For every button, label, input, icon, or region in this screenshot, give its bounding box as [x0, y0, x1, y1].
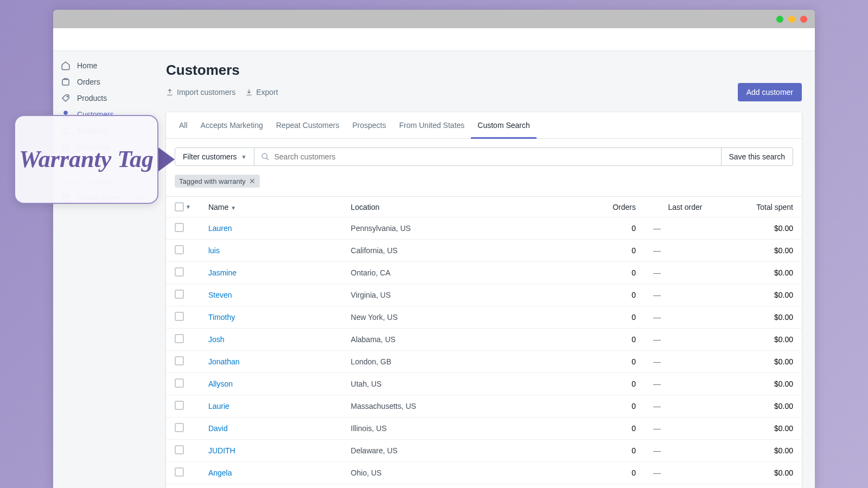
row-checkbox[interactable]: [175, 267, 184, 277]
customer-location: Virginia, US: [342, 284, 585, 306]
table-row: JonathanLondon, GB0—$0.00: [166, 351, 802, 373]
row-checkbox[interactable]: [175, 401, 184, 410]
orders-icon: [61, 77, 71, 87]
save-search-button[interactable]: Save this search: [722, 147, 794, 166]
row-checkbox[interactable]: [175, 356, 184, 365]
customer-last-order: —: [644, 329, 726, 351]
window-maximize-dot[interactable]: [788, 16, 795, 23]
customer-last-order: —: [644, 351, 726, 373]
customer-last-order: —: [644, 240, 726, 262]
customer-location: New York, US: [342, 306, 585, 329]
customer-name-link[interactable]: luis: [208, 246, 220, 255]
row-checkbox[interactable]: [175, 378, 184, 388]
customer-name-link[interactable]: Allyson: [208, 380, 233, 388]
customer-total-spent: $0.00: [726, 418, 802, 440]
title-bar: [53, 10, 815, 28]
customer-last-order: —: [644, 306, 726, 329]
col-name-header[interactable]: Name ▼: [200, 197, 342, 217]
customer-total-spent: $0.00: [726, 440, 802, 462]
col-total-spent-header: Total spent: [726, 197, 802, 217]
customer-location: Pennsylvania, US: [342, 217, 585, 240]
export-link[interactable]: Export: [245, 88, 278, 97]
select-all-header: ▼: [166, 197, 200, 217]
tab-all[interactable]: All: [173, 112, 194, 138]
sort-caret-icon: ▼: [231, 205, 236, 211]
customer-name-link[interactable]: JUDITH: [208, 446, 235, 455]
sidebar-item-products[interactable]: Products: [53, 90, 153, 106]
table-row: luisCalifornia, US0—$0.00: [166, 240, 802, 262]
customer-name-link[interactable]: Josh: [208, 335, 225, 344]
upload-icon: [166, 88, 174, 96]
col-last-order-header: Last order: [644, 197, 726, 217]
customer-name-link[interactable]: Steven: [208, 291, 232, 299]
customer-location: Massachusetts, US: [342, 395, 585, 418]
customer-orders: 0: [585, 395, 644, 418]
customer-name-link[interactable]: Jasmine: [208, 268, 237, 277]
customer-location: California, US: [342, 240, 585, 262]
customer-name-link[interactable]: Lauren: [208, 224, 232, 233]
row-checkbox[interactable]: [175, 223, 184, 232]
filter-customers-button[interactable]: Filter customers ▼: [175, 147, 254, 166]
customer-name-link[interactable]: Timothy: [208, 313, 235, 322]
tab-from-united-states[interactable]: From United States: [393, 112, 471, 138]
search-input[interactable]: [274, 152, 714, 161]
customer-location: Ontario, CA: [342, 262, 585, 284]
customer-last-order: —: [644, 440, 726, 462]
table-row: JasmineOntario, CA0—$0.00: [166, 262, 802, 284]
customer-total-spent: $0.00: [726, 306, 802, 329]
filter-chip-warranty: Tagged with warranty ✕: [175, 175, 260, 188]
remove-chip-icon[interactable]: ✕: [249, 177, 256, 185]
svg-point-9: [262, 153, 267, 158]
row-checkbox[interactable]: [175, 445, 184, 454]
row-checkbox[interactable]: [175, 334, 184, 343]
svg-point-1: [67, 96, 68, 97]
customer-orders: 0: [585, 262, 644, 284]
customer-total-spent: $0.00: [726, 284, 802, 306]
row-checkbox[interactable]: [175, 423, 184, 432]
customer-orders: 0: [585, 418, 644, 440]
home-icon: [61, 61, 71, 70]
table-row: StevenVirginia, US0—$0.00: [166, 284, 802, 306]
import-customers-link[interactable]: Import customers: [166, 88, 235, 97]
customer-name-link[interactable]: Angela: [208, 468, 232, 477]
customer-name-link[interactable]: Laurie: [208, 402, 229, 410]
select-all-checkbox[interactable]: [175, 202, 184, 211]
customer-total-spent: $0.00: [726, 373, 802, 395]
svg-rect-0: [62, 80, 69, 86]
tab-custom-search[interactable]: Custom Search: [471, 112, 536, 138]
customer-last-order: —: [644, 418, 726, 440]
sidebar-item-label: Products: [77, 94, 107, 102]
row-checkbox[interactable]: [175, 312, 184, 321]
window-minimize-dot[interactable]: [776, 16, 783, 23]
add-customer-button[interactable]: Add customer: [738, 83, 802, 101]
customer-orders: 0: [585, 440, 644, 462]
table-row: JUDITHDelaware, US0—$0.00: [166, 440, 802, 462]
tab-accepts-marketing[interactable]: Accepts Marketing: [194, 112, 270, 138]
search-box[interactable]: [254, 147, 721, 166]
filter-chips: Tagged with warranty ✕: [166, 175, 802, 196]
table-row: TimothyNew York, US0—$0.00: [166, 306, 802, 329]
sidebar-item-orders[interactable]: Orders: [53, 74, 153, 90]
customer-orders: 0: [585, 240, 644, 262]
row-checkbox[interactable]: [175, 467, 184, 477]
row-checkbox[interactable]: [175, 245, 184, 254]
sidebar-item-home[interactable]: Home: [53, 57, 153, 74]
tab-prospects[interactable]: Prospects: [346, 112, 392, 138]
row-checkbox[interactable]: [175, 290, 184, 299]
products-icon: [61, 93, 71, 103]
chip-label: Tagged with warranty: [179, 177, 246, 185]
table-row: DavidIllinois, US0—$0.00: [166, 418, 802, 440]
customer-name-link[interactable]: David: [208, 424, 228, 433]
table-row: BobIndiana, US0—$0.00: [166, 484, 802, 489]
customer-name-link[interactable]: Jonathan: [208, 357, 240, 366]
select-caret-icon[interactable]: ▼: [186, 204, 191, 210]
customer-location: Utah, US: [342, 373, 585, 395]
tab-repeat-customers[interactable]: Repeat Customers: [270, 112, 346, 138]
page-actions: Import customers Export Add customer: [166, 83, 802, 101]
customer-total-spent: $0.00: [726, 240, 802, 262]
sidebar-item-label: Orders: [77, 78, 100, 86]
content-area: Customers Import customers Export Add cu…: [153, 51, 815, 488]
window-close-dot[interactable]: [800, 16, 807, 23]
customer-orders: 0: [585, 284, 644, 306]
customer-total-spent: $0.00: [726, 462, 802, 484]
